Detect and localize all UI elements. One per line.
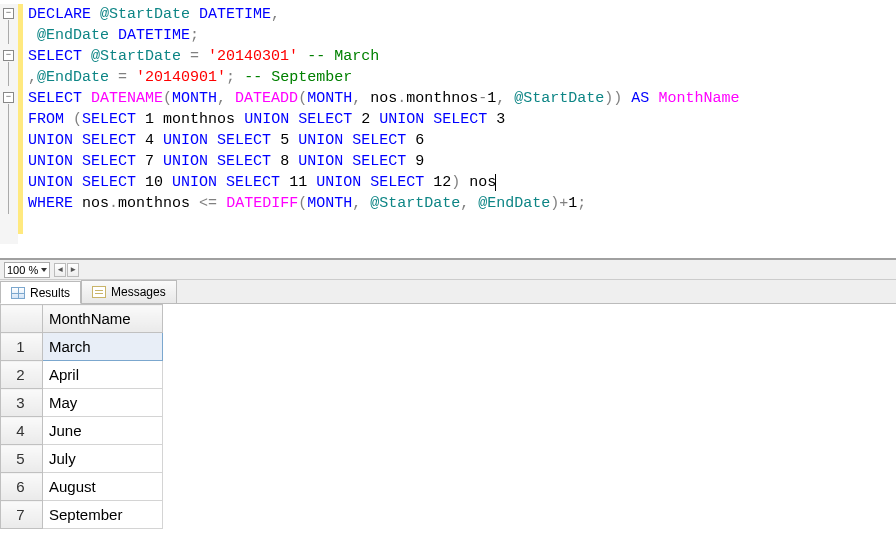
cell-monthname[interactable]: March bbox=[43, 333, 163, 361]
cell-monthname[interactable]: June bbox=[43, 417, 163, 445]
table-row[interactable]: 3 May bbox=[1, 389, 163, 417]
editor-gutter: − − − bbox=[0, 4, 18, 244]
fold-toggle-icon[interactable]: − bbox=[3, 92, 14, 103]
table-row[interactable]: 1 March bbox=[1, 333, 163, 361]
table-row[interactable]: 2 April bbox=[1, 361, 163, 389]
cell-monthname[interactable]: August bbox=[43, 473, 163, 501]
column-header-monthname[interactable]: MonthName bbox=[43, 305, 163, 333]
change-indicator bbox=[18, 4, 23, 234]
tab-results-label: Results bbox=[30, 286, 70, 300]
tab-results[interactable]: Results bbox=[0, 281, 81, 304]
fold-toggle-icon[interactable]: − bbox=[3, 50, 14, 61]
cell-monthname[interactable]: July bbox=[43, 445, 163, 473]
cell-monthname[interactable]: April bbox=[43, 361, 163, 389]
table-row[interactable]: 7 September bbox=[1, 501, 163, 529]
code-content[interactable]: DECLARE @StartDate DATETIME, @EndDate DA… bbox=[28, 4, 896, 214]
grid-icon bbox=[11, 287, 25, 299]
row-number[interactable]: 1 bbox=[1, 333, 43, 361]
table-row[interactable]: 6 August bbox=[1, 473, 163, 501]
row-number[interactable]: 4 bbox=[1, 417, 43, 445]
chevron-down-icon bbox=[41, 268, 47, 272]
results-grid[interactable]: MonthName 1 March 2 April 3 May 4 June 5… bbox=[0, 304, 896, 529]
zoom-level: 100 % bbox=[7, 264, 38, 276]
sql-editor[interactable]: − − − DECLARE @StartDate DATETIME, @EndD… bbox=[0, 0, 896, 260]
zoom-dropdown[interactable]: 100 % bbox=[4, 262, 50, 278]
nav-right-icon[interactable]: ► bbox=[67, 263, 79, 277]
messages-icon bbox=[92, 286, 106, 298]
cell-monthname[interactable]: May bbox=[43, 389, 163, 417]
table-row[interactable]: 4 June bbox=[1, 417, 163, 445]
row-number[interactable]: 5 bbox=[1, 445, 43, 473]
fold-line bbox=[8, 104, 9, 214]
row-number[interactable]: 3 bbox=[1, 389, 43, 417]
fold-line bbox=[8, 62, 9, 86]
row-number[interactable]: 6 bbox=[1, 473, 43, 501]
editor-status-bar: 100 % ◄ ► bbox=[0, 260, 896, 280]
results-tabs: Results Messages bbox=[0, 280, 896, 304]
fold-line bbox=[8, 20, 9, 44]
row-number[interactable]: 7 bbox=[1, 501, 43, 529]
nav-left-icon[interactable]: ◄ bbox=[54, 263, 66, 277]
cell-monthname[interactable]: September bbox=[43, 501, 163, 529]
tab-messages-label: Messages bbox=[111, 285, 166, 299]
row-number[interactable]: 2 bbox=[1, 361, 43, 389]
nav-arrows: ◄ ► bbox=[54, 263, 79, 277]
grid-corner[interactable] bbox=[1, 305, 43, 333]
tab-messages[interactable]: Messages bbox=[81, 280, 177, 303]
table-row[interactable]: 5 July bbox=[1, 445, 163, 473]
fold-toggle-icon[interactable]: − bbox=[3, 8, 14, 19]
